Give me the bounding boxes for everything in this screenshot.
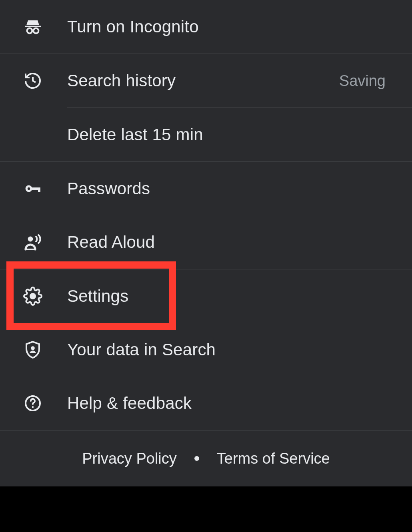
menu-item-label: Search history bbox=[67, 71, 339, 90]
read-aloud-icon bbox=[22, 232, 43, 253]
svg-point-1 bbox=[27, 28, 32, 34]
svg-point-10 bbox=[30, 294, 35, 299]
menu-item-label: Delete last 15 min bbox=[67, 125, 390, 144]
menu-item-help[interactable]: Help & feedback bbox=[0, 377, 412, 430]
svg-point-13 bbox=[32, 406, 34, 408]
menu-item-search-history[interactable]: Search history Saving bbox=[0, 54, 412, 108]
menu-item-your-data[interactable]: Your data in Search bbox=[0, 323, 412, 377]
incognito-icon bbox=[22, 16, 43, 37]
menu-item-label: Passwords bbox=[67, 179, 390, 198]
svg-point-5 bbox=[28, 187, 30, 190]
menu-item-incognito[interactable]: Turn on Incognito bbox=[0, 0, 412, 54]
menu-item-passwords[interactable]: Passwords bbox=[0, 162, 412, 215]
svg-point-2 bbox=[34, 28, 39, 34]
svg-rect-7 bbox=[38, 187, 40, 192]
svg-point-11 bbox=[31, 346, 35, 350]
menu-item-label: Read Aloud bbox=[67, 233, 390, 252]
svg-rect-9 bbox=[26, 249, 35, 250]
key-icon bbox=[22, 178, 43, 199]
bottom-bar bbox=[0, 486, 412, 510]
menu-item-label: Turn on Incognito bbox=[67, 17, 390, 36]
menu-item-delete-15min[interactable]: Delete last 15 min bbox=[0, 108, 412, 161]
svg-point-8 bbox=[28, 237, 33, 242]
footer: Privacy Policy Terms of Service bbox=[0, 430, 412, 486]
separator-dot bbox=[194, 456, 199, 461]
shield-user-icon bbox=[22, 339, 43, 360]
privacy-policy-link[interactable]: Privacy Policy bbox=[82, 450, 177, 467]
menu-panel: Turn on Incognito Search history Saving … bbox=[0, 0, 412, 486]
menu-item-settings[interactable]: Settings bbox=[0, 269, 412, 323]
menu-item-read-aloud[interactable]: Read Aloud bbox=[0, 215, 412, 269]
menu-item-label: Settings bbox=[67, 287, 390, 306]
menu-item-label: Your data in Search bbox=[67, 340, 390, 359]
gear-icon bbox=[22, 286, 43, 307]
history-icon bbox=[22, 70, 43, 91]
help-icon bbox=[22, 393, 43, 414]
terms-of-service-link[interactable]: Terms of Service bbox=[217, 450, 330, 467]
menu-item-label: Help & feedback bbox=[67, 394, 390, 413]
search-history-status: Saving bbox=[339, 72, 390, 90]
